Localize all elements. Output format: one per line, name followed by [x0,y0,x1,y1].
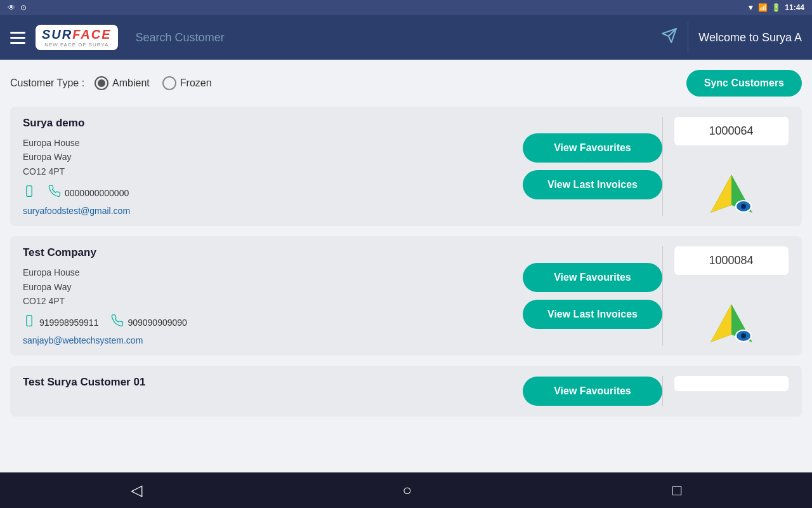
mobile-number: 919998959911 [39,318,98,328]
card-actions: View Favourites View Last Invoices [523,246,662,345]
map-icon-container [706,301,757,345]
mobile-icon [23,314,36,330]
menu-button[interactable] [10,32,25,44]
navigation-icon[interactable] [709,173,754,215]
card-info: Surya demo Europa HouseEuropa WayCO12 4P… [23,117,523,216]
radio-ambient-inner [98,79,105,87]
svg-marker-5 [710,175,731,213]
svg-rect-8 [27,316,32,326]
customer-type-label: Customer Type : [10,77,84,89]
status-bar: 👁 ⊙ ▼ 📶 🔋 11:44 [0,0,812,15]
customer-card: Test Surya Customer 01 View Favourites [10,366,802,417]
card-info: Test Surya Customer 01 [23,376,523,406]
customer-card: Test Company Europa HouseEuropa WayCO12 … [10,236,802,356]
phone-contact: 909090909090 [111,314,187,330]
card-side [662,376,789,406]
divider [688,22,688,53]
svg-point-13 [741,333,746,338]
logo-subtitle: NEW FACE OF SURYA [44,42,108,48]
radio-group: Ambient Frozen [95,76,212,90]
home-button[interactable]: ○ [377,476,438,504]
search-input[interactable] [128,26,652,50]
radio-ambient-label: Ambient [112,77,150,89]
company-name: Test Company [23,246,510,259]
card-actions: View Favourites [523,376,662,406]
phone-contact: 0000000000000 [48,185,129,201]
customer-id: 1000084 [674,246,789,275]
view-last-invoices-button-2[interactable]: View Last Invoices [523,300,662,329]
map-icon-container [706,171,757,216]
recent-apps-button[interactable]: □ [647,476,707,504]
phone-number: 909090909090 [128,318,187,328]
svg-marker-11 [710,304,731,342]
view-favourites-button-2[interactable]: View Favourites [523,263,662,292]
status-bar-left: 👁 ⊙ [8,3,27,12]
view-last-invoices-button-1[interactable]: View Last Invoices [523,170,662,199]
svg-point-7 [741,204,746,209]
eye-icon: 👁 [8,3,15,12]
radio-frozen[interactable]: Frozen [162,76,212,90]
phone-icon [48,185,61,201]
view-favourites-button-3[interactable]: View Favourites [523,377,662,406]
radio-ambient-outer [95,76,108,90]
back-button[interactable]: ◁ [105,476,167,504]
welcome-text: Welcome to Surya A [698,31,802,44]
card-email: sanjayb@webtechsystem.com [23,335,510,345]
navbar: SURFACE NEW FACE OF SURYA Welcome to Sur… [0,15,812,60]
radio-ambient[interactable]: Ambient [95,76,150,90]
card-contacts: 919998959911 909090909090 [23,314,510,330]
view-favourites-button-1[interactable]: View Favourites [523,133,662,163]
card-contacts: 0000000000000 [23,185,510,201]
card-info: Test Company Europa HouseEuropa WayCO12 … [23,246,523,345]
mobile-contact: 919998959911 [23,314,98,330]
phone-number: 0000000000000 [65,188,129,198]
battery-icon: 🔋 [771,3,781,12]
send-icon[interactable] [661,27,678,48]
svg-rect-2 [27,186,32,197]
logo-title: SURFACE [42,27,112,42]
sync-customers-button[interactable]: Sync Customers [686,70,802,97]
wifi-icon: ▼ [747,3,754,12]
radio-frozen-outer [162,76,176,90]
card-address: Europa HouseEuropa WayCO12 4PT [23,136,510,178]
company-name: Surya demo [23,117,510,130]
time-display: 11:44 [785,3,804,12]
status-bar-right: ▼ 📶 🔋 11:44 [747,3,804,12]
card-actions: View Favourites View Last Invoices [523,117,662,216]
bottom-nav: ◁ ○ □ [0,472,812,508]
logo: SURFACE NEW FACE OF SURYA [36,25,118,50]
signal-icon: 📶 [758,3,768,12]
main-content: Customer Type : Ambient Frozen Sync Cust… [0,60,812,472]
radio-frozen-label: Frozen [180,77,212,89]
mobile-contact [23,185,36,201]
android-icon: ⊙ [20,3,27,12]
card-side: 1000064 [662,117,789,216]
customer-card: Surya demo Europa HouseEuropa WayCO12 4P… [10,107,802,226]
card-address: Europa HouseEuropa WayCO12 4PT [23,265,510,308]
customer-type-row: Customer Type : Ambient Frozen Sync Cust… [10,70,802,97]
card-side: 1000084 [662,246,789,345]
card-email: suryafoodstest@gmail.com [23,206,510,216]
navigation-icon[interactable] [709,303,754,344]
customer-id [674,376,789,391]
company-name: Test Surya Customer 01 [23,376,510,389]
mobile-icon [23,185,36,201]
customer-id: 1000064 [674,117,789,145]
phone-icon [111,314,124,330]
